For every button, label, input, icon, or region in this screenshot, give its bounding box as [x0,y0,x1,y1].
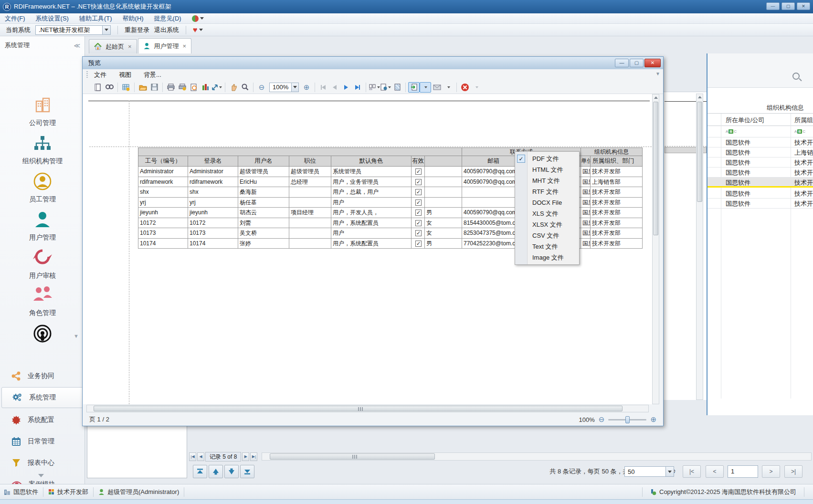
zoom-out-slider-icon[interactable]: ⊖ [599,415,605,424]
move-top-button[interactable] [193,465,207,478]
table-options-icon[interactable] [120,82,132,93]
record-next-button[interactable]: ▶ [242,452,249,461]
grid-row[interactable]: 国思软件技术开发部 [707,199,813,209]
window-minimize-button[interactable]: — [766,2,780,10]
sidebar-scroll-down-icon[interactable] [38,474,44,477]
export-document-button[interactable] [408,82,420,93]
menu-system-settings[interactable]: 系统设置(S) [36,14,69,23]
preview-minimize-button[interactable]: — [615,59,629,67]
menu-item-csv[interactable]: CSV 文件 [515,230,579,241]
sidebar-item-employee[interactable]: 员工管理 [0,172,85,204]
prev-page-button[interactable] [329,85,340,90]
print-icon[interactable] [165,82,177,93]
sidebar-nav-daily-mgmt[interactable]: 日常管理 [0,431,85,452]
sidebar-nav-system-mgmt[interactable]: 系统管理 [1,387,84,408]
zoom-in-icon[interactable]: ⊕ [301,82,312,93]
preview-titlebar[interactable]: 预览 — ▢ ✕ [83,57,663,69]
record-last-button[interactable]: ▶| [250,452,257,461]
menu-item-docx[interactable]: DOCX File [515,197,579,208]
tab-close-icon[interactable]: × [128,43,132,50]
exit-button[interactable]: 退出系统 [154,26,179,34]
tab-close-icon[interactable]: × [183,42,187,50]
record-first-button[interactable]: |◀ [189,452,196,461]
grid-row[interactable]: 国思软件技术开发部 [707,189,813,199]
email-dropdown-icon[interactable] [443,82,454,93]
magnifier-tool-icon[interactable] [239,82,251,93]
menu-item-xlsx[interactable]: XLSX 文件 [515,219,579,230]
grid-row[interactable]: 国思软件技术开发部 [707,158,813,168]
menu-file[interactable]: 文件(F) [5,14,25,23]
skin-menu-button[interactable] [192,15,204,22]
grid-row[interactable]: 国思软件技术开发部 [707,137,813,147]
sidebar-item-broadcast[interactable] [0,325,85,346]
background-vertical-scrollbar[interactable] [696,94,703,400]
scale-icon[interactable] [200,82,211,93]
menu-aux-tools[interactable]: 辅助工具(T) [79,14,112,23]
favorite-menu-button[interactable]: ♥ [193,26,203,34]
record-prev-button[interactable]: ◀ [197,452,204,461]
resize-icon[interactable] [211,82,222,93]
menu-item-rtf[interactable]: RTF 文件 [515,186,579,197]
grid-horizontal-scrollbar[interactable] [262,452,812,461]
move-up-button[interactable] [209,465,223,478]
grid-filter-row[interactable]: ABC ABC [707,126,813,137]
last-page-button[interactable] [352,85,363,90]
sidebar-item-user-audit[interactable]: 用户审核 [0,248,85,280]
zoom-slider[interactable] [608,419,646,420]
system-combo-dropdown[interactable] [102,26,110,34]
tab-start-page[interactable]: 起始页 × [89,39,137,53]
menu-item-image[interactable]: Image 文件 [515,252,579,263]
page-preview-icon[interactable] [188,82,200,93]
page-last-button[interactable]: >| [784,465,802,478]
sidebar-item-role[interactable]: 角色管理 [0,285,85,317]
grid-row-selected[interactable]: 国思软件技术开发部 [707,178,813,188]
grid-search-icon[interactable] [792,73,800,80]
preview-menu-file[interactable]: 文件 [94,71,106,79]
zoom-out-icon[interactable]: ⊖ [256,82,267,93]
print-options-icon[interactable] [177,82,188,93]
first-page-button[interactable] [317,85,329,90]
zoom-in-slider-icon[interactable]: ⊕ [650,415,656,424]
multipage-icon[interactable] [369,82,380,93]
preview-horizontal-scrollbar[interactable] [86,405,649,412]
close-preview-icon[interactable] [459,82,471,93]
sidebar-nav-system-config[interactable]: 系统配置 [0,410,85,430]
menu-feedback[interactable]: 提意见(D) [154,14,181,23]
sidebar-item-organization[interactable]: 组织机构管理 [0,135,85,166]
page-color-icon[interactable] [380,82,391,93]
menu-item-html[interactable]: HTML 文件 [515,164,579,175]
sidebar-nav-business[interactable]: 业务协同 [0,366,85,387]
sidebar-nav-report-center[interactable]: 报表中心 [0,452,85,473]
sidebar-more-icon[interactable]: ▼ [74,333,79,339]
page-number-input[interactable]: 1 [728,465,758,478]
grid-column-headers[interactable]: 所在单位/公司 所属组织、部门 [707,114,813,126]
menu-item-pdf[interactable]: ✓ PDF 文件 [515,153,579,164]
page-setup-icon[interactable] [92,82,104,93]
sidebar-collapse-icon[interactable]: ≪ [74,42,80,49]
system-combo[interactable]: .NET敏捷开发框架 [35,25,111,35]
sidebar-item-user[interactable]: 用户管理 [0,210,85,242]
email-icon[interactable] [431,82,443,93]
preview-menu-view[interactable]: 视图 [119,71,131,79]
menu-item-mht[interactable]: MHT 文件 [515,175,579,186]
menu-item-xls[interactable]: XLS 文件 [515,208,579,219]
window-maximize-button[interactable]: ▢ [781,2,795,10]
hand-tool-icon[interactable] [228,82,239,93]
preview-menu-overflow-icon[interactable]: ▼ [655,71,660,76]
grid-row[interactable]: 国思软件技术开发部 [707,168,813,178]
preview-maximize-button[interactable]: ▢ [630,59,644,67]
move-down-button[interactable] [224,465,239,478]
page-size-combo[interactable]: 50 [624,466,674,477]
preview-vertical-scrollbar[interactable] [652,94,659,404]
preview-menu-background[interactable]: 背景... [144,71,161,79]
save-icon[interactable] [148,82,160,93]
window-close-button[interactable]: ✕ [797,2,810,10]
open-icon[interactable] [137,82,148,93]
export-dropdown-button[interactable] [420,82,431,93]
menu-help[interactable]: 帮助(H) [123,14,144,23]
relogin-button[interactable]: 重新登录 [125,26,149,34]
preview-close-button[interactable]: ✕ [644,59,661,67]
sidebar-item-company[interactable]: 公司管理 [0,96,85,127]
grid-row[interactable]: 国思软件上海销售部 [707,147,813,158]
watermark-icon[interactable] [391,82,403,93]
